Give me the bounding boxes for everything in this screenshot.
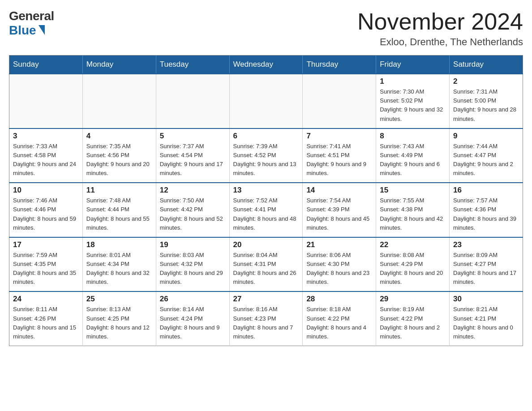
day-info: Sunrise: 7:30 AMSunset: 5:02 PMDaylight:… bbox=[380, 87, 446, 124]
day-number: 4 bbox=[86, 132, 152, 141]
day-info: Sunrise: 7:55 AMSunset: 4:38 PMDaylight:… bbox=[380, 196, 446, 232]
week-row-4: 17Sunrise: 7:59 AMSunset: 4:35 PMDayligh… bbox=[9, 237, 523, 292]
calendar-cell: 17Sunrise: 7:59 AMSunset: 4:35 PMDayligh… bbox=[9, 237, 83, 292]
day-info: Sunrise: 7:35 AMSunset: 4:56 PMDaylight:… bbox=[86, 142, 152, 178]
calendar-cell bbox=[82, 74, 156, 128]
day-info: Sunrise: 7:48 AMSunset: 4:44 PMDaylight:… bbox=[86, 196, 152, 232]
calendar-cell bbox=[156, 74, 229, 128]
calendar-cell: 6Sunrise: 7:39 AMSunset: 4:52 PMDaylight… bbox=[229, 128, 303, 183]
day-info: Sunrise: 7:44 AMSunset: 4:47 PMDaylight:… bbox=[453, 142, 519, 178]
day-info: Sunrise: 7:52 AMSunset: 4:41 PMDaylight:… bbox=[233, 196, 299, 232]
logo-blue-row: Blue bbox=[9, 23, 45, 38]
day-info: Sunrise: 7:46 AMSunset: 4:46 PMDaylight:… bbox=[13, 196, 79, 232]
col-header-thursday: Thursday bbox=[303, 56, 376, 74]
day-number: 12 bbox=[160, 186, 226, 195]
day-number: 14 bbox=[306, 186, 372, 195]
page-header: General Blue November 2024 Exloo, Drenth… bbox=[9, 9, 523, 48]
calendar-cell: 20Sunrise: 8:04 AMSunset: 4:31 PMDayligh… bbox=[229, 237, 303, 292]
day-info: Sunrise: 8:09 AMSunset: 4:27 PMDaylight:… bbox=[453, 251, 519, 287]
day-info: Sunrise: 8:16 AMSunset: 4:23 PMDaylight:… bbox=[233, 305, 299, 341]
calendar-cell: 23Sunrise: 8:09 AMSunset: 4:27 PMDayligh… bbox=[450, 237, 523, 292]
day-info: Sunrise: 7:41 AMSunset: 4:51 PMDaylight:… bbox=[306, 142, 372, 178]
week-row-5: 24Sunrise: 8:11 AMSunset: 4:26 PMDayligh… bbox=[9, 291, 523, 346]
day-number: 24 bbox=[13, 295, 79, 304]
day-number: 28 bbox=[306, 295, 372, 304]
calendar-cell: 22Sunrise: 8:08 AMSunset: 4:29 PMDayligh… bbox=[376, 237, 450, 292]
calendar-header: SundayMondayTuesdayWednesdayThursdayFrid… bbox=[9, 56, 523, 74]
day-info: Sunrise: 7:54 AMSunset: 4:39 PMDaylight:… bbox=[306, 196, 372, 232]
day-number: 18 bbox=[86, 240, 152, 249]
day-info: Sunrise: 7:39 AMSunset: 4:52 PMDaylight:… bbox=[233, 142, 299, 178]
day-number: 30 bbox=[453, 295, 519, 304]
col-header-friday: Friday bbox=[376, 56, 450, 74]
calendar-cell: 26Sunrise: 8:14 AMSunset: 4:24 PMDayligh… bbox=[156, 291, 229, 346]
calendar-cell bbox=[9, 74, 83, 128]
day-number: 21 bbox=[306, 240, 372, 249]
day-number: 17 bbox=[13, 240, 79, 249]
day-info: Sunrise: 8:01 AMSunset: 4:34 PMDaylight:… bbox=[86, 251, 152, 287]
calendar-cell: 8Sunrise: 7:43 AMSunset: 4:49 PMDaylight… bbox=[376, 128, 450, 183]
logo: General Blue bbox=[9, 9, 54, 38]
day-number: 7 bbox=[306, 132, 372, 141]
day-number: 20 bbox=[233, 240, 299, 249]
day-number: 1 bbox=[380, 77, 446, 86]
month-title: November 2024 bbox=[357, 9, 523, 34]
day-number: 19 bbox=[160, 240, 226, 249]
day-number: 10 bbox=[13, 186, 79, 195]
calendar-cell bbox=[229, 74, 303, 128]
day-number: 8 bbox=[380, 132, 446, 141]
day-number: 13 bbox=[233, 186, 299, 195]
day-number: 26 bbox=[160, 295, 226, 304]
day-info: Sunrise: 7:43 AMSunset: 4:49 PMDaylight:… bbox=[380, 142, 446, 178]
day-number: 23 bbox=[453, 240, 519, 249]
col-header-saturday: Saturday bbox=[450, 56, 523, 74]
logo-general-text: General bbox=[9, 9, 54, 23]
day-info: Sunrise: 7:50 AMSunset: 4:42 PMDaylight:… bbox=[160, 196, 226, 232]
calendar-cell: 16Sunrise: 7:57 AMSunset: 4:36 PMDayligh… bbox=[450, 183, 523, 237]
day-number: 25 bbox=[86, 295, 152, 304]
day-number: 5 bbox=[160, 132, 226, 141]
day-info: Sunrise: 7:31 AMSunset: 5:00 PMDaylight:… bbox=[453, 87, 519, 124]
day-number: 15 bbox=[380, 186, 446, 195]
col-header-wednesday: Wednesday bbox=[229, 56, 303, 74]
logo-triangle-icon bbox=[39, 25, 45, 35]
week-row-3: 10Sunrise: 7:46 AMSunset: 4:46 PMDayligh… bbox=[9, 183, 523, 237]
calendar-cell: 4Sunrise: 7:35 AMSunset: 4:56 PMDaylight… bbox=[82, 128, 156, 183]
day-number: 27 bbox=[233, 295, 299, 304]
calendar-cell: 29Sunrise: 8:19 AMSunset: 4:22 PMDayligh… bbox=[376, 291, 450, 346]
calendar-cell: 18Sunrise: 8:01 AMSunset: 4:34 PMDayligh… bbox=[82, 237, 156, 292]
calendar-cell: 27Sunrise: 8:16 AMSunset: 4:23 PMDayligh… bbox=[229, 291, 303, 346]
calendar-cell: 1Sunrise: 7:30 AMSunset: 5:02 PMDaylight… bbox=[376, 74, 450, 128]
calendar-cell: 21Sunrise: 8:06 AMSunset: 4:30 PMDayligh… bbox=[303, 237, 376, 292]
day-number: 6 bbox=[233, 132, 299, 141]
calendar-cell: 11Sunrise: 7:48 AMSunset: 4:44 PMDayligh… bbox=[82, 183, 156, 237]
day-number: 22 bbox=[380, 240, 446, 249]
day-info: Sunrise: 8:18 AMSunset: 4:22 PMDaylight:… bbox=[306, 305, 372, 341]
day-info: Sunrise: 7:37 AMSunset: 4:54 PMDaylight:… bbox=[160, 142, 226, 178]
calendar-cell: 25Sunrise: 8:13 AMSunset: 4:25 PMDayligh… bbox=[82, 291, 156, 346]
day-number: 11 bbox=[86, 186, 152, 195]
col-header-tuesday: Tuesday bbox=[156, 56, 229, 74]
calendar-cell: 5Sunrise: 7:37 AMSunset: 4:54 PMDaylight… bbox=[156, 128, 229, 183]
day-number: 29 bbox=[380, 295, 446, 304]
calendar-cell: 28Sunrise: 8:18 AMSunset: 4:22 PMDayligh… bbox=[303, 291, 376, 346]
calendar-cell: 19Sunrise: 8:03 AMSunset: 4:32 PMDayligh… bbox=[156, 237, 229, 292]
calendar-cell: 15Sunrise: 7:55 AMSunset: 4:38 PMDayligh… bbox=[376, 183, 450, 237]
calendar-cell: 14Sunrise: 7:54 AMSunset: 4:39 PMDayligh… bbox=[303, 183, 376, 237]
calendar-body: 1Sunrise: 7:30 AMSunset: 5:02 PMDaylight… bbox=[9, 74, 523, 346]
col-header-monday: Monday bbox=[82, 56, 156, 74]
calendar-cell: 9Sunrise: 7:44 AMSunset: 4:47 PMDaylight… bbox=[450, 128, 523, 183]
day-info: Sunrise: 7:57 AMSunset: 4:36 PMDaylight:… bbox=[453, 196, 519, 232]
week-row-1: 1Sunrise: 7:30 AMSunset: 5:02 PMDaylight… bbox=[9, 74, 523, 128]
day-info: Sunrise: 8:08 AMSunset: 4:29 PMDaylight:… bbox=[380, 251, 446, 287]
calendar-cell: 2Sunrise: 7:31 AMSunset: 5:00 PMDaylight… bbox=[450, 74, 523, 128]
day-info: Sunrise: 8:19 AMSunset: 4:22 PMDaylight:… bbox=[380, 305, 446, 341]
day-info: Sunrise: 8:14 AMSunset: 4:24 PMDaylight:… bbox=[160, 305, 226, 341]
day-info: Sunrise: 8:03 AMSunset: 4:32 PMDaylight:… bbox=[160, 251, 226, 287]
calendar-cell bbox=[303, 74, 376, 128]
calendar-cell: 3Sunrise: 7:33 AMSunset: 4:58 PMDaylight… bbox=[9, 128, 83, 183]
calendar-cell: 24Sunrise: 8:11 AMSunset: 4:26 PMDayligh… bbox=[9, 291, 83, 346]
day-number: 2 bbox=[453, 77, 519, 86]
day-number: 9 bbox=[453, 132, 519, 141]
calendar-cell: 12Sunrise: 7:50 AMSunset: 4:42 PMDayligh… bbox=[156, 183, 229, 237]
